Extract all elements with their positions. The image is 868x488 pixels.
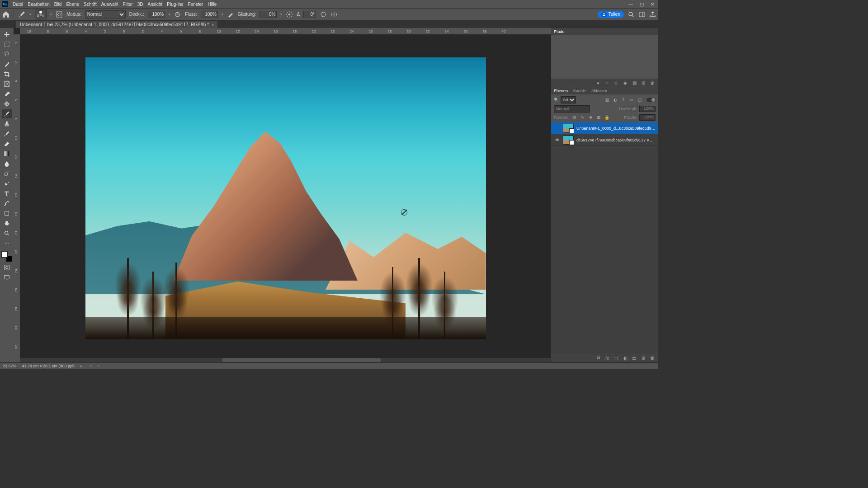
scrollbar-horizontal[interactable] <box>20 358 551 362</box>
menu-schrift[interactable]: Schrift <box>84 2 96 7</box>
lasso-tool[interactable] <box>2 50 12 59</box>
layer-item[interactable]: Unbenannt-1_0000_d...8c3bca509fec5d9117 <box>551 122 658 134</box>
type-tool[interactable] <box>2 189 12 198</box>
lock-transparency-icon[interactable]: ▨ <box>571 114 578 121</box>
eyedropper-tool[interactable] <box>2 89 12 99</box>
airbrush-icon[interactable] <box>227 11 234 18</box>
canvas-area[interactable]: 1086420246810121416182022242628303234363… <box>14 28 551 362</box>
stamp-tool[interactable] <box>2 119 12 128</box>
brush-tool-icon[interactable] <box>18 10 26 19</box>
tool-chevron-icon[interactable]: ▾ <box>29 13 31 16</box>
layer-name[interactable]: dc59124e7f79a08c3bca509fec5d9117 Kopie 2 <box>576 138 656 142</box>
menu-ansicht[interactable]: Ansicht <box>148 2 163 7</box>
layer-thumbnail[interactable] <box>563 124 574 133</box>
layer-style-icon[interactable]: fx <box>604 355 610 361</box>
filter-smart-icon[interactable]: ◫ <box>637 97 643 103</box>
history-brush-tool[interactable] <box>2 129 12 138</box>
marquee-tool[interactable] <box>2 40 12 49</box>
eraser-tool[interactable] <box>2 139 12 148</box>
ruler-horizontal[interactable]: 1086420246810121416182022242628303234363… <box>20 28 551 34</box>
menu-bild[interactable]: Bild <box>54 2 62 7</box>
blend-mode-select[interactable]: Normal <box>85 10 126 19</box>
path-tool[interactable] <box>2 199 12 208</box>
status-right-icon[interactable]: > <box>97 364 99 368</box>
path-combine-icon[interactable]: ◆ <box>622 80 628 86</box>
link-layers-icon[interactable]: ⧉ <box>595 355 601 361</box>
lock-pixels-icon[interactable]: ✎ <box>580 114 586 121</box>
delete-layer-icon[interactable]: 🗑 <box>649 355 656 361</box>
brush-tool[interactable] <box>2 109 12 118</box>
group-icon[interactable]: 🗀 <box>631 355 637 361</box>
path-fill-icon[interactable]: ● <box>595 80 601 86</box>
status-left-icon[interactable]: < <box>90 364 92 368</box>
path-trash-icon[interactable]: 🗑 <box>649 80 656 86</box>
brush-preset-picker[interactable]: 87% <box>35 9 47 19</box>
share-button[interactable]: Teilen <box>598 11 624 18</box>
dodge-tool[interactable] <box>2 169 12 178</box>
healing-tool[interactable] <box>2 99 12 108</box>
search-icon[interactable] <box>627 11 635 18</box>
menu-auswahl[interactable]: Auswahl <box>101 2 118 7</box>
flow-input[interactable] <box>201 11 218 18</box>
tab-pfade[interactable]: Pfade <box>554 29 565 34</box>
pen-tool[interactable] <box>2 179 12 188</box>
zoom-tool[interactable] <box>2 229 12 238</box>
menu-plugins[interactable]: Plug-ins <box>167 2 183 7</box>
menu-bearbeiten[interactable]: Bearbeiten <box>28 2 49 7</box>
layer-thumbnail[interactable] <box>563 136 574 145</box>
path-new-icon[interactable]: ⊞ <box>640 80 646 86</box>
document-tab[interactable]: Unbenannt-1 bei 23,7% (Unbenannt-1_0000_… <box>16 21 217 28</box>
blend-mode-input[interactable] <box>554 105 590 113</box>
lock-all-icon[interactable]: 🔒 <box>604 114 610 121</box>
brush-chevron-icon[interactable]: ▾ <box>50 13 52 16</box>
smoothing-chevron-icon[interactable]: ▾ <box>280 13 282 16</box>
tab-kanaele[interactable]: Kanäle <box>573 89 586 93</box>
tab-ebenen[interactable]: Ebenen <box>554 89 568 93</box>
layer-mask-icon[interactable]: ◻ <box>613 355 619 361</box>
filter-pixel-icon[interactable]: ▨ <box>604 97 610 103</box>
opacity-panel-value[interactable]: 100% <box>639 106 656 112</box>
menu-hilfe[interactable]: Hilfe <box>208 2 217 7</box>
crop-tool[interactable] <box>2 70 12 79</box>
symmetry-icon[interactable] <box>330 11 338 18</box>
brush-settings-icon[interactable] <box>56 11 63 18</box>
quick-mask-icon[interactable] <box>2 263 12 272</box>
path-stroke-icon[interactable]: ○ <box>604 80 610 86</box>
foreground-color[interactable] <box>1 251 8 258</box>
workspace-icon[interactable] <box>638 11 646 18</box>
menu-filter[interactable]: Filter <box>123 2 133 7</box>
filter-toggle[interactable] <box>646 98 656 102</box>
more-tools[interactable]: ⋯ <box>2 239 12 248</box>
path-mask-icon[interactable]: ▦ <box>631 80 637 86</box>
flow-chevron-icon[interactable]: ▾ <box>222 13 223 16</box>
maximize-button[interactable]: ▢ <box>637 1 646 7</box>
color-swatches[interactable] <box>1 251 12 262</box>
pressure-opacity-icon[interactable] <box>174 11 181 18</box>
tab-aktionen[interactable]: Aktionen <box>591 89 607 93</box>
gradient-tool[interactable] <box>2 149 12 158</box>
smoothing-input[interactable] <box>259 11 277 18</box>
menu-datei[interactable]: Datei <box>13 2 23 7</box>
opacity-input[interactable] <box>148 11 165 18</box>
shape-tool[interactable] <box>2 209 12 218</box>
frame-tool[interactable] <box>2 80 12 89</box>
layer-filter-select[interactable]: Art <box>561 96 576 103</box>
fill-panel-value[interactable]: 100% <box>639 114 656 121</box>
filter-adjust-icon[interactable]: ◐ <box>612 97 618 103</box>
status-arrow-icon[interactable]: ▸ <box>80 364 82 368</box>
ruler-vertical[interactable]: 0246810121416182022242628303234 <box>14 34 20 362</box>
minimize-button[interactable]: — <box>627 1 635 7</box>
filter-shape-icon[interactable]: ▭ <box>628 97 635 103</box>
close-button[interactable]: ✕ <box>648 1 656 7</box>
doc-dimensions[interactable]: 41,79 cm x 28,1 cm (300 ppi) <box>22 364 75 368</box>
pressure-size-icon[interactable] <box>320 11 327 18</box>
blur-tool[interactable] <box>2 159 12 168</box>
new-layer-icon[interactable]: ⊞ <box>640 355 646 361</box>
path-selection-icon[interactable]: ◇ <box>613 80 619 86</box>
lock-position-icon[interactable]: ✥ <box>588 114 594 121</box>
menu-ebene[interactable]: Ebene <box>66 2 79 7</box>
smoothing-gear-icon[interactable] <box>286 11 293 18</box>
close-tab-icon[interactable]: × <box>212 23 214 27</box>
hand-tool[interactable] <box>2 219 12 228</box>
layer-visibility-icon[interactable]: 👁 <box>554 137 560 143</box>
